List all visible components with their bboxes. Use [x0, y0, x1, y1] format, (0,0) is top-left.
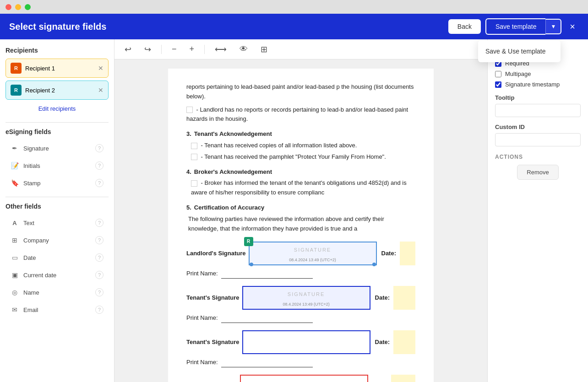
redo-button[interactable]: ↪	[142, 43, 154, 56]
stamp-help-icon[interactable]: ?	[95, 179, 103, 187]
minimize-button[interactable]	[15, 4, 21, 10]
initials-icon: 📝	[11, 162, 19, 169]
field-current-date[interactable]: ▣ Current date ?	[5, 267, 109, 283]
landlord-signature-field[interactable]: SIGNATURE 08.4.2024 13:49 (UTC+2)	[249, 242, 377, 265]
zoom-out-button[interactable]: −	[169, 43, 180, 56]
print-name-label-2: Print Name:	[186, 314, 218, 321]
close-button[interactable]	[5, 4, 11, 10]
field-stamp[interactable]: 🔖 Stamp ?	[5, 175, 109, 191]
field-signature[interactable]: ✒ Signature ?	[5, 140, 109, 156]
agent-signature-field[interactable]	[240, 375, 368, 382]
sec3-cb-2	[191, 154, 197, 160]
company-icon: ⊞	[11, 237, 19, 244]
tenant-sig-row-1: Tenant's Signature SIGNATURE 08.4.2024 1…	[186, 286, 415, 310]
company-help-icon[interactable]: ?	[95, 236, 103, 244]
name-help-icon[interactable]: ?	[95, 288, 103, 296]
section-3: 3. Tenant's Acknowledgement - Tenant has…	[186, 129, 415, 161]
current-date-help-icon[interactable]: ?	[95, 271, 103, 279]
agent-sig-field-wrapper[interactable]	[240, 375, 368, 382]
field-email[interactable]: ✉ Email ?	[5, 301, 109, 318]
custom-id-label: Custom ID	[495, 124, 581, 130]
recipient-item-1[interactable]: R Recipient 1 ✕	[5, 59, 109, 78]
maximize-button[interactable]	[25, 4, 31, 10]
stamp-icon: 🔖	[11, 179, 19, 187]
section-5-title: Certification of Accuracy	[194, 203, 264, 213]
edit-recipients-link[interactable]: Edit recipients	[5, 102, 109, 115]
save-template-dropdown-button[interactable]: ▼	[545, 19, 561, 34]
tenant-date-label-2: Date:	[375, 338, 390, 347]
resize-handle-left[interactable]	[250, 263, 253, 266]
section-5-number: 5.	[186, 203, 191, 213]
tenant-date-field-2[interactable]	[393, 330, 415, 354]
section-4-title: Broker's Acknowledgement	[194, 167, 272, 177]
field-text[interactable]: A Text ?	[5, 215, 109, 231]
custom-id-input[interactable]	[495, 133, 581, 146]
field-date[interactable]: ▭ Date ?	[5, 249, 109, 266]
recipient-item-2[interactable]: R Recipient 2 ✕	[5, 81, 109, 100]
recipient-badge-landlord: R	[244, 237, 253, 246]
name-icon: ◎	[11, 289, 19, 296]
multipage-label: Multipage	[505, 70, 531, 77]
landlord-sig-timestamp: 08.4.2024 13:49 (UTC+2)	[250, 257, 376, 263]
recipient-close-2[interactable]: ✕	[98, 86, 103, 94]
field-label-date: Date	[23, 254, 36, 261]
sec4-cb-1	[191, 180, 197, 187]
page-title: Select signature fields	[9, 22, 106, 32]
landlord-sig-field-wrapper[interactable]: R SIGNATURE 08.4.2024 13:49 (UTC+2)	[249, 242, 377, 265]
section-4: 4. Broker's Acknowledgement - Broker has…	[186, 167, 415, 198]
field-label-company: Company	[23, 237, 49, 244]
toolbar-divider-2	[204, 45, 205, 54]
landlord-sig-text: SIGNATURE	[250, 242, 376, 254]
fit-button[interactable]: ⟷	[212, 43, 229, 56]
recipient-name-2: Recipient 2	[25, 87, 55, 94]
main-layout: Recipients R Recipient 1 ✕ R Recipient 2…	[0, 39, 588, 382]
header: Select signature fields Back Save templa…	[0, 14, 588, 39]
sig-timestamp-checkbox[interactable]	[495, 81, 501, 88]
actions-title: ACTIONS	[495, 154, 581, 160]
back-button[interactable]: Back	[448, 19, 481, 34]
text-help-icon[interactable]: ?	[95, 219, 103, 227]
field-company[interactable]: ⊞ Company ?	[5, 232, 109, 248]
tenant-sig-field-wrapper-1[interactable]: SIGNATURE 08.4.2024 13:49 (UTC+2)	[242, 286, 370, 310]
document-scroll[interactable]: reports pertaining to lead-based paint a…	[114, 59, 487, 382]
titlebar	[0, 0, 588, 14]
close-dialog-button[interactable]: ×	[566, 20, 579, 34]
field-name[interactable]: ◎ Name ?	[5, 284, 109, 301]
email-help-icon[interactable]: ?	[95, 306, 103, 314]
section-3-number: 3.	[186, 129, 191, 139]
recipient-close-1[interactable]: ✕	[98, 65, 103, 72]
zoom-in-button[interactable]: +	[187, 43, 197, 56]
tenant-signature-field-1[interactable]: SIGNATURE 08.4.2024 13:49 (UTC+2)	[242, 286, 370, 310]
save-dropdown-menu: Save & Use template	[478, 40, 561, 62]
eye-button[interactable]: 👁	[237, 43, 250, 56]
recipient-name-1: Recipient 1	[25, 65, 55, 72]
tooltip-input[interactable]	[495, 104, 581, 117]
agent-date-field[interactable]	[391, 375, 415, 382]
esigning-fields-title: eSigning fields	[5, 128, 109, 135]
document-page: reports pertaining to lead-based paint a…	[168, 69, 434, 382]
initials-help-icon[interactable]: ?	[95, 161, 103, 170]
tenant-sig-field-wrapper-2[interactable]	[242, 330, 370, 354]
multipage-checkbox[interactable]	[495, 71, 501, 77]
signature-help-icon[interactable]: ?	[95, 144, 103, 152]
document-area: ↩ ↪ − + ⟷ 👁 ⊞ reports pertaining to lead…	[114, 39, 487, 382]
grid-button[interactable]: ⊞	[258, 43, 270, 56]
agent-sig-row: Agent's Signature Date:	[186, 375, 415, 382]
field-initials[interactable]: 📝 Initials ?	[5, 157, 109, 174]
tenant-date-field-1[interactable]	[393, 286, 415, 310]
remove-button[interactable]: Remove	[517, 165, 558, 180]
date-help-icon[interactable]: ?	[95, 253, 103, 262]
print-name-line-3	[221, 367, 313, 367]
undo-button[interactable]: ↩	[122, 43, 134, 56]
save-template-button[interactable]: Save template	[485, 18, 546, 35]
resize-handle-right[interactable]	[372, 263, 376, 266]
multipage-row: Multipage	[495, 70, 581, 77]
tenant-signature-field-2[interactable]	[242, 330, 370, 354]
sec4-item-1: - Broker has informed the tenant of the …	[191, 178, 415, 198]
tooltip-label: Tooltip	[495, 94, 581, 101]
landlord-date-field[interactable]	[400, 242, 415, 265]
tenant-sig-row-2: Tenant's Signature Date:	[186, 330, 415, 354]
doc-intro-text: reports pertaining to lead-based paint a…	[186, 82, 415, 102]
save-use-template-item[interactable]: Save & Use template	[478, 43, 561, 59]
print-name-row-1: Print Name:	[186, 269, 415, 279]
